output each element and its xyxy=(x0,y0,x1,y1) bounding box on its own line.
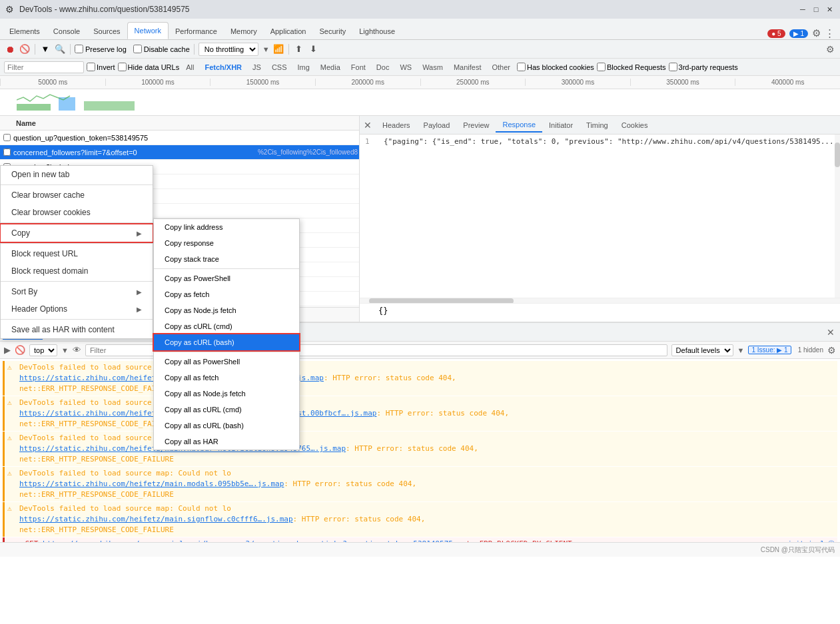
filter-ws[interactable]: WS xyxy=(396,63,416,72)
row-checkbox[interactable] xyxy=(1,149,12,156)
row-checkbox[interactable] xyxy=(1,134,12,141)
third-party-check[interactable]: 3rd-party requests xyxy=(669,63,738,71)
record-button[interactable]: ⏺ xyxy=(4,43,16,55)
disable-cache-input[interactable] xyxy=(133,45,142,53)
filter-css[interactable]: CSS xyxy=(268,63,291,72)
preserve-log-check[interactable]: Preserve log xyxy=(75,45,127,53)
timeline-chart[interactable] xyxy=(0,89,840,116)
default-levels-select[interactable]: Default levels xyxy=(671,344,733,356)
detail-h-scroll[interactable] xyxy=(360,298,840,303)
submenu-copy-response[interactable]: Copy response xyxy=(154,235,299,251)
throttle-select[interactable]: No throttling xyxy=(199,43,258,56)
clear-button[interactable]: 🚫 xyxy=(19,43,31,55)
tab-cookies[interactable]: Cookies xyxy=(615,119,655,132)
issue-badge[interactable]: 1 Issue: ▶ 1 xyxy=(748,346,791,354)
filter-img[interactable]: Img xyxy=(294,63,314,72)
network-row[interactable]: question_up?question_token=538149575 xyxy=(0,131,359,145)
close-button[interactable]: ✕ xyxy=(824,4,835,15)
tab-security[interactable]: Security xyxy=(312,23,352,39)
ctx-save-har[interactable]: Save all as HAR with content xyxy=(1,321,153,338)
filter-other[interactable]: Other xyxy=(488,63,514,72)
maximize-button[interactable]: □ xyxy=(811,4,821,15)
ctx-sort-by[interactable]: Sort By ▶ xyxy=(1,283,153,300)
console-clear-icon[interactable]: 🚫 xyxy=(15,345,25,355)
filter-media[interactable]: Media xyxy=(316,63,344,72)
tab-elements[interactable]: Elements xyxy=(3,23,47,39)
hide-data-urls-check[interactable]: Hide data URLs xyxy=(118,63,180,71)
submenu-copy-curl-cmd[interactable]: Copy as cURL (cmd) xyxy=(154,318,299,334)
blocked-requests-input[interactable] xyxy=(597,63,606,71)
tab-initiator[interactable]: Initiator xyxy=(542,119,580,132)
error-source[interactable]: init.js:1 ⓘ xyxy=(788,539,835,542)
default-levels-dropdown[interactable]: ▼ xyxy=(737,346,745,354)
submenu-copy-curl-bash[interactable]: Copy as cURL (bash) xyxy=(154,334,299,350)
tab-sources[interactable]: Sources xyxy=(87,23,127,39)
tab-preview[interactable]: Preview xyxy=(456,119,496,132)
submenu-copy-all-nodejs[interactable]: Copy all as Node.js fetch xyxy=(154,386,299,402)
settings-icon-toolbar[interactable]: ⚙ xyxy=(824,43,836,55)
tab-headers[interactable]: Headers xyxy=(376,119,417,132)
response-content[interactable]: 1 {"paging": {"is_end": true, "totals": … xyxy=(360,135,840,298)
filter-font[interactable]: Font xyxy=(347,63,370,72)
tab-memory[interactable]: Memory xyxy=(224,23,264,39)
blocked-cookies-input[interactable] xyxy=(517,63,526,71)
detail-scroll-thumb[interactable] xyxy=(835,143,840,167)
filter-js[interactable]: JS xyxy=(248,63,265,72)
ctx-header-options[interactable]: Header Options ▶ xyxy=(1,300,153,318)
minimize-button[interactable]: ─ xyxy=(797,4,808,15)
filter-fetch-xhr[interactable]: Fetch/XHR xyxy=(201,63,246,72)
preserve-log-input[interactable] xyxy=(75,45,83,53)
submenu-copy-fetch[interactable]: Copy as fetch xyxy=(154,286,299,302)
console-close-icon[interactable]: ✕ xyxy=(827,327,835,338)
throttle-dropdown-icon[interactable]: ▼ xyxy=(262,45,270,53)
submenu-copy-all-har[interactable]: Copy all as HAR xyxy=(154,434,299,450)
tab-lighthouse[interactable]: Lighthouse xyxy=(352,23,402,39)
submenu-copy-powershell[interactable]: Copy as PowerShell xyxy=(154,270,299,286)
ctx-open-new-tab[interactable]: Open in new tab xyxy=(1,166,153,183)
blocked-requests-check[interactable]: Blocked Requests xyxy=(597,63,666,71)
tab-application[interactable]: Application xyxy=(264,23,313,39)
import-icon[interactable]: ⬆ xyxy=(293,43,305,55)
settings-icon[interactable]: ⚙ xyxy=(812,27,821,39)
tab-network[interactable]: Network xyxy=(127,22,169,39)
submenu-copy-stack[interactable]: Copy stack trace xyxy=(154,251,299,267)
disable-cache-check[interactable]: Disable cache xyxy=(133,45,190,53)
console-eye-icon[interactable]: 👁 xyxy=(73,345,81,355)
ctx-clear-cookies[interactable]: Clear browser cookies xyxy=(1,204,153,221)
console-top-dropdown[interactable]: ▼ xyxy=(61,346,69,354)
search-icon[interactable]: 🔍 xyxy=(54,43,66,55)
ctx-copy[interactable]: Copy ▶ xyxy=(1,224,153,242)
error-link[interactable]: https://www.zhihu.com/commercial_api/ban… xyxy=(43,539,453,542)
export-icon[interactable]: ⬇ xyxy=(308,43,320,55)
ctx-block-url[interactable]: Block request URL xyxy=(1,245,153,262)
ctx-clear-cache[interactable]: Clear browser cache xyxy=(1,186,153,204)
more-options-icon[interactable]: ⋮ xyxy=(825,27,835,39)
network-row[interactable]: concerned_followers?limit=7&offset=0 %2C… xyxy=(0,145,359,160)
warn-link[interactable]: https://static.zhihu.com/heifetz/main.si… xyxy=(19,515,293,523)
warn-link[interactable]: https://static.zhihu.com/heifetz/main.mo… xyxy=(19,479,284,488)
console-messages[interactable]: ⚠ DevTools failed to load source map: Co… xyxy=(0,359,840,542)
ctx-block-domain[interactable]: Block request domain xyxy=(1,262,153,280)
submenu-copy-all-fetch[interactable]: Copy all as fetch xyxy=(154,370,299,386)
console-level-filter[interactable]: top xyxy=(29,344,57,356)
filter-all[interactable]: All xyxy=(182,63,198,72)
tab-timing[interactable]: Timing xyxy=(580,119,615,132)
third-party-input[interactable] xyxy=(669,63,677,71)
console-settings-icon[interactable]: ⚙ xyxy=(827,345,836,356)
detail-close-icon[interactable]: ✕ xyxy=(360,120,376,131)
filter-doc[interactable]: Doc xyxy=(372,63,394,72)
tab-performance[interactable]: Performance xyxy=(169,23,224,39)
filter-manifest[interactable]: Manifest xyxy=(450,63,486,72)
detail-v-scroll[interactable] xyxy=(835,135,840,298)
blocked-cookies-check[interactable]: Has blocked cookies xyxy=(517,63,594,71)
filter-input[interactable] xyxy=(4,61,84,73)
tab-console[interactable]: Console xyxy=(47,23,87,39)
submenu-copy-nodejs[interactable]: Copy as Node.js fetch xyxy=(154,302,299,318)
submenu-copy-link[interactable]: Copy link address xyxy=(154,219,299,235)
invert-check[interactable]: Invert xyxy=(87,63,115,71)
tab-payload[interactable]: Payload xyxy=(417,119,457,132)
filter-wasm[interactable]: Wasm xyxy=(418,63,447,72)
submenu-copy-all-curl-bash[interactable]: Copy all as cURL (bash) xyxy=(154,418,299,434)
hide-data-urls-input[interactable] xyxy=(118,63,127,71)
filter-icon[interactable]: ▼ xyxy=(39,43,51,55)
